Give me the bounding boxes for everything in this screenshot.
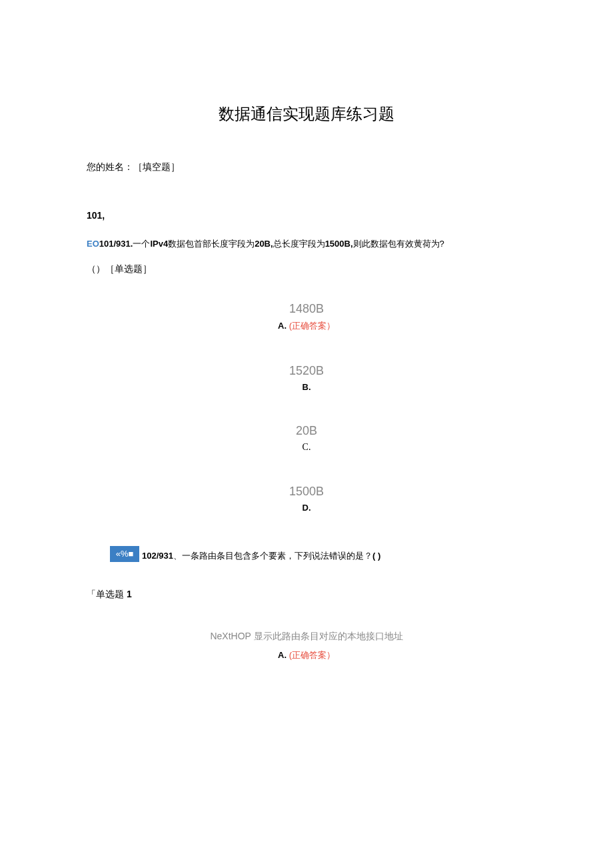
question-text-part: 、一条路由条目包含多个要素，下列说法错误的是？ <box>173 551 372 561</box>
option-a-q2[interactable]: NeXtHOP 显示此路由条目对应的本地接口地址 A. (正确答案） <box>87 631 526 661</box>
option-d[interactable]: 1500B D. <box>87 485 526 513</box>
option-letter: A. <box>278 321 287 331</box>
question-id: 102/931 <box>142 551 173 561</box>
option-label: B. <box>87 382 526 392</box>
question-number: 101, <box>87 210 526 221</box>
option-value: 20B <box>87 424 526 438</box>
correct-answer-marker: (正确答案） <box>289 650 335 660</box>
question-prefix: EO <box>87 239 99 249</box>
question-text-part: 数据包首部长度宇段为 <box>168 239 255 249</box>
question-type-text: 「单选题 <box>87 589 124 599</box>
option-value: 1480B <box>87 302 526 316</box>
percent-icon: «%■ <box>110 546 139 562</box>
question-2-text: 102/931、一条路由条目包含多个要素，下列说法错误的是？( ) <box>142 550 380 562</box>
question-bold-part: 1500B, <box>325 239 353 249</box>
option-a[interactable]: 1480B A. (正确答案） <box>87 302 526 332</box>
question-paren: ( ) <box>372 551 380 561</box>
question-id: 101/931. <box>99 239 133 249</box>
question-text-part: 总长度宇段为 <box>273 239 325 249</box>
option-label: A. (正确答案） <box>87 320 526 332</box>
question-type-suffix: 1 <box>127 589 132 599</box>
correct-answer-marker: (正确答案） <box>289 321 335 331</box>
question-text-part: 则此数据包有效黄荷为? <box>353 239 444 249</box>
question-1-text: EO101/931.一个IPv4数据包首部长度宇段为20B,总长度宇段为1500… <box>87 237 526 251</box>
option-value: NeXtHOP 显示此路由条目对应的本地接口地址 <box>87 631 526 643</box>
option-value: 1500B <box>87 485 526 499</box>
question-bold-part: 20B, <box>255 239 273 249</box>
question-2-type: 「单选题 1 <box>87 589 526 601</box>
option-c[interactable]: 20B C. <box>87 424 526 453</box>
option-label: C. <box>87 442 526 453</box>
question-bold-part: IPv4 <box>150 239 168 249</box>
option-letter: A. <box>278 650 287 660</box>
question-2-header: «%■ 102/931、一条路由条目包含多个要素，下列说法错误的是？( ) <box>87 546 526 562</box>
question-text-part: 一个 <box>133 239 150 249</box>
option-value: 1520B <box>87 364 526 378</box>
option-label: D. <box>87 503 526 513</box>
question-type: （）［单选题］ <box>87 263 526 275</box>
page-title: 数据通信实现题库练习题 <box>87 103 526 125</box>
option-b[interactable]: 1520B B. <box>87 364 526 392</box>
option-label: A. (正确答案） <box>87 649 526 661</box>
name-field-label: 您的姓名：［填空题］ <box>87 161 526 173</box>
